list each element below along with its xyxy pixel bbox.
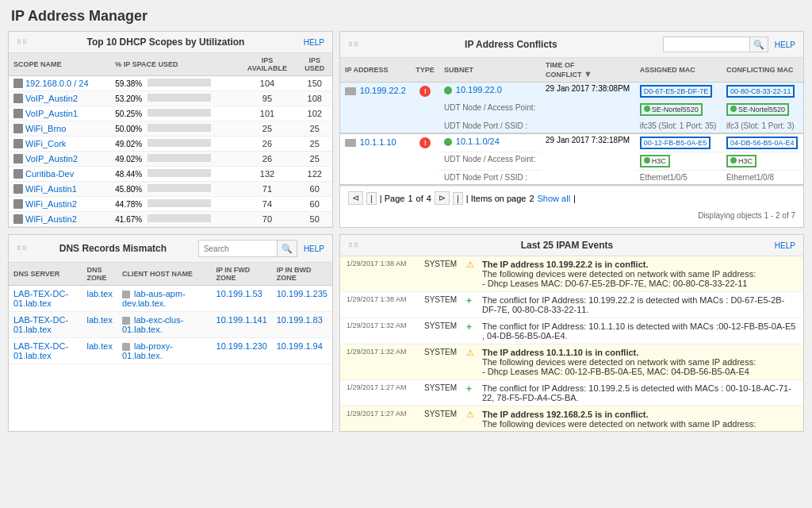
dns-zone-cell: lab.tex bbox=[82, 286, 117, 312]
dns-host-link[interactable]: lab-exc-clus-01.lab.tex. bbox=[122, 315, 183, 334]
events-help-link[interactable]: HELP bbox=[775, 241, 795, 250]
scope-link[interactable]: WiFi_Austin2 bbox=[25, 199, 77, 209]
dhcp-bar bbox=[147, 94, 211, 102]
event-text: The following devices were detected on n… bbox=[482, 419, 797, 429]
scope-link[interactable]: VoIP_Austin2 bbox=[25, 154, 78, 164]
dhcp-bar-cell: 48.44% bbox=[110, 167, 237, 182]
dns-drag-handle[interactable]: ⠿⠿ bbox=[17, 245, 28, 252]
conflicts-search-button[interactable]: 🔍 bbox=[750, 37, 768, 52]
dns-zone-link[interactable]: lab.tex bbox=[87, 315, 113, 325]
dns-col-server: DNS SERVER bbox=[9, 263, 82, 286]
dhcp-used: 25 bbox=[297, 121, 332, 137]
scope-link[interactable]: 192.168.0.0 / 24 bbox=[25, 79, 89, 88]
dns-zone-link[interactable]: lab.tex bbox=[87, 341, 113, 351]
scope-link[interactable]: WiFi_Brno bbox=[25, 124, 66, 133]
dns-search-input[interactable] bbox=[198, 240, 278, 257]
conflicts-help-link[interactable]: HELP bbox=[775, 40, 795, 49]
subnet-link[interactable]: 10.1.1.0/24 bbox=[456, 137, 500, 146]
event-system: SYSTEM bbox=[424, 383, 460, 392]
dhcp-panel-header: ⠿⠿ Top 10 DHCP Scopes by Utilization HEL… bbox=[9, 32, 332, 53]
conflicts-search-input[interactable] bbox=[663, 37, 750, 52]
subnet-icon bbox=[444, 138, 452, 146]
conflicts-panel: ⠿⠿ IP Address Conflicts 🔍 HELP IP ADDRES… bbox=[339, 31, 804, 228]
conflict-ip-link[interactable]: 10.1.1.10 bbox=[360, 137, 396, 147]
conflicts-panel-header: ⠿⠿ IP Address Conflicts 🔍 HELP bbox=[340, 32, 803, 58]
dns-server-link[interactable]: LAB-TEX-DC-01.lab.tex bbox=[13, 315, 68, 334]
event-time: 1/29/2017 1:38 AM bbox=[347, 295, 418, 303]
dns-search-area: 🔍 bbox=[198, 240, 297, 257]
dns-server-link[interactable]: LAB-TEX-DC-01.lab.tex bbox=[13, 341, 68, 360]
dhcp-bar-cell: 45.80% bbox=[110, 182, 237, 197]
event-plus-icon: + bbox=[466, 321, 476, 333]
scope-link[interactable]: WiFi_Austin2 bbox=[25, 214, 77, 224]
dhcp-drag-handle[interactable]: ⠿⠿ bbox=[17, 39, 28, 46]
dns-host-link[interactable]: lab-aus-apm-dev.lab.tex. bbox=[122, 289, 186, 308]
events-list: 1/29/2017 1:38 AM SYSTEM ⚠ The IP addres… bbox=[340, 256, 803, 431]
conflict-type-icon: ! bbox=[411, 83, 439, 134]
dhcp-help-link[interactable]: HELP bbox=[304, 38, 324, 47]
dhcp-bar-cell: 49.02% bbox=[110, 152, 237, 167]
event-content: The conflict for IP Address: 10.199.2.5 … bbox=[482, 383, 797, 402]
conflicts-display-info: Displaying objects 1 - 2 of 7 bbox=[340, 210, 803, 221]
pag-of: of bbox=[416, 194, 423, 203]
events-drag-handle[interactable]: ⠿⠿ bbox=[348, 242, 359, 249]
scope-icon bbox=[13, 214, 23, 224]
dns-host-icon bbox=[122, 291, 130, 298]
event-text2: - Dhcp Leases MAC: D0-67-E5-2B-DF-7E, MA… bbox=[482, 279, 797, 288]
pag-prev[interactable]: | bbox=[366, 192, 377, 205]
dns-help-link[interactable]: HELP bbox=[304, 244, 324, 253]
dhcp-bar-cell: 50.00% bbox=[110, 121, 237, 137]
conflict-sub-label1: UDT Node / Access Point: bbox=[439, 152, 541, 171]
conflict-ip: 10.199.22.2 bbox=[340, 83, 411, 134]
conflict-sub-conflict1: SE-Nortel5520 bbox=[722, 101, 803, 119]
conflict-ip-link[interactable]: 10.199.22.2 bbox=[360, 86, 406, 95]
ip-type-icon bbox=[345, 87, 356, 95]
list-item: WiFi_Austin2 bbox=[9, 212, 110, 227]
dns-bwd-link[interactable]: 10.199.1.94 bbox=[277, 341, 323, 351]
conflicting-mac-box: 04-DB-56-B5-0A-E4 bbox=[726, 137, 799, 149]
scope-icon bbox=[13, 79, 23, 88]
dns-server-link[interactable]: LAB-TEX-DC-01.lab.tex bbox=[13, 289, 68, 308]
list-item: VoIP_Austin2 bbox=[9, 91, 110, 106]
event-text: The following devices were detected on n… bbox=[482, 269, 797, 279]
dhcp-bar-cell: 49.02% bbox=[110, 137, 237, 152]
dhcp-bar bbox=[147, 214, 211, 222]
sub-conflict-icon1 bbox=[730, 106, 737, 112]
conflicts-drag-handle[interactable]: ⠿⠿ bbox=[348, 41, 359, 48]
event-text: The conflict for IP Address: 10.199.22.2… bbox=[482, 295, 797, 314]
dns-fwd-link[interactable]: 10.199.1.141 bbox=[216, 315, 267, 325]
dns-table: DNS SERVER DNSZONE CLIENT HOST NAME IP I… bbox=[9, 263, 332, 364]
pag-next[interactable]: ⊳ bbox=[435, 191, 450, 205]
pag-total-pages: 4 bbox=[427, 194, 431, 203]
dns-search-button[interactable]: 🔍 bbox=[278, 240, 297, 257]
scope-link[interactable]: VoIP_Austin1 bbox=[25, 109, 78, 118]
scope-link[interactable]: WiFi_Austin1 bbox=[25, 184, 77, 194]
dns-fwd-link[interactable]: 10.199.1.230 bbox=[216, 341, 267, 351]
dns-zone-link[interactable]: lab.tex bbox=[87, 289, 113, 298]
event-bold-text: The IP address 10.199.22.2 is in conflic… bbox=[482, 260, 797, 269]
conflicts-col-type: TYPE bbox=[411, 58, 439, 83]
sub-assigned-icon1 bbox=[644, 106, 650, 112]
dns-panel: ⠿⠿ DNS Records Mismatch 🔍 HELP DNS SERVE… bbox=[8, 234, 333, 432]
sub-conflict-box1: H3C bbox=[726, 155, 756, 167]
pag-last[interactable]: | bbox=[453, 192, 463, 205]
dns-fwd-link[interactable]: 10.199.1.53 bbox=[216, 289, 262, 298]
dns-bwd-cell: 10.199.1.94 bbox=[272, 338, 332, 364]
dhcp-used: 25 bbox=[297, 137, 332, 152]
dns-bwd-link[interactable]: 10.199.1.235 bbox=[277, 289, 327, 298]
scope-link[interactable]: Curitiba-Dev bbox=[25, 169, 74, 179]
pag-first[interactable]: ⊲ bbox=[348, 191, 363, 205]
scope-link[interactable]: VoIP_Austin2 bbox=[25, 94, 78, 103]
event-content: The IP address 10.1.1.10 is in conflict.… bbox=[482, 348, 797, 376]
scope-link[interactable]: WiFi_Cork bbox=[25, 139, 66, 148]
events-panel: ⠿⠿ Last 25 IPAM Events HELP 1/29/2017 1:… bbox=[339, 234, 804, 432]
dns-bwd-link[interactable]: 10.199.1.83 bbox=[277, 315, 323, 325]
pag-show-all[interactable]: Show all bbox=[538, 194, 571, 203]
event-warning-icon: ⚠ bbox=[466, 410, 476, 420]
event-system: SYSTEM bbox=[424, 410, 460, 418]
subnet-link[interactable]: 10.199.22.0 bbox=[456, 85, 502, 94]
scope-icon bbox=[13, 169, 23, 179]
dns-server-cell: LAB-TEX-DC-01.lab.tex bbox=[9, 338, 82, 364]
pag-page-label: | Page bbox=[380, 194, 405, 203]
conflict-sub-conflict2: Ethernet1/0/8 bbox=[722, 171, 803, 186]
